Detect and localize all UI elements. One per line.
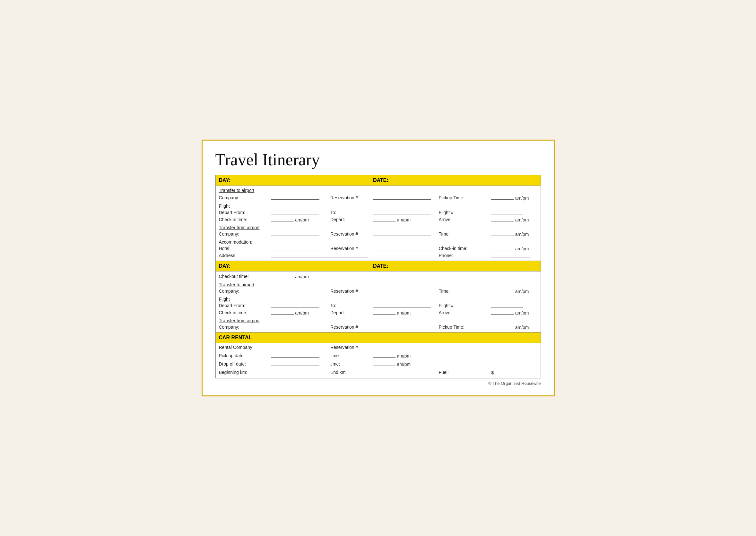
day2-depart-field[interactable] bbox=[373, 309, 395, 315]
day1-tfrom-company-field[interactable] bbox=[271, 231, 320, 236]
day1-flight-label: Flight bbox=[219, 204, 230, 209]
day2-tta-time-label: Time: bbox=[439, 288, 450, 294]
day1-accom-checkin-ampm: am/pm bbox=[515, 246, 529, 251]
car-reservation-field[interactable] bbox=[373, 344, 431, 349]
day2-transfer-to-airport-fields-row: Company: Reservation # Time: am/pm bbox=[215, 287, 541, 295]
page: Travel Itinerary DAY: DATE: Transfer to … bbox=[202, 140, 555, 396]
car-rental-row3: Drop off date: time: am/pm bbox=[215, 360, 541, 368]
day2-arrive-label: Arrive: bbox=[439, 310, 452, 315]
day1-depart-ampm: am/pm bbox=[397, 217, 411, 222]
dropoff-date-field[interactable] bbox=[271, 361, 320, 366]
day2-depart-from-field[interactable] bbox=[271, 302, 320, 308]
car-rental-row4: Beginning km: End km: Fuel: $ bbox=[215, 368, 541, 379]
day2-tfrom-pickup-field[interactable] bbox=[491, 324, 514, 329]
day2-tta-reservation-label: Reservation # bbox=[330, 288, 358, 294]
day2-arrive-field[interactable] bbox=[491, 309, 514, 315]
day1-tfrom-reservation-field[interactable] bbox=[373, 231, 431, 236]
day1-day-label: DAY: bbox=[219, 178, 230, 183]
day2-tta-ampm: am/pm bbox=[515, 289, 529, 294]
end-km-label: End km: bbox=[330, 370, 347, 375]
dollar-sign: $ bbox=[491, 370, 494, 375]
car-rental-row1: Rental Company: Reservation # bbox=[215, 343, 541, 352]
day1-transfer-to-airport-label: Transfer to airport bbox=[219, 188, 255, 193]
day2-flight-label: Flight bbox=[219, 297, 230, 302]
day1-accommodation-row1: Hotel: Reservation # Check-in time: am/p… bbox=[215, 245, 541, 252]
day1-reservation-field[interactable] bbox=[373, 194, 431, 200]
day1-transfer-to-airport-label-row: Transfer to airport bbox=[215, 186, 541, 194]
day2-tfrom-reservation-field[interactable] bbox=[373, 324, 431, 329]
car-rental-label: CAR RENTAL bbox=[219, 335, 252, 340]
footer-text: © The Organised Housewife bbox=[488, 381, 541, 386]
day1-to-field[interactable] bbox=[373, 209, 431, 215]
day2-checkin-ampm: am/pm bbox=[295, 310, 309, 316]
page-title: Travel Itinerary bbox=[215, 150, 541, 169]
day2-to-label: To: bbox=[330, 303, 336, 308]
fuel-field[interactable] bbox=[495, 369, 518, 374]
day2-tfrom-pickup-label: Pickup Time: bbox=[439, 324, 464, 330]
day2-checkout-row: Checkout time: am/pm bbox=[215, 272, 541, 281]
car-rental-row2: Pick up date: time: am/pm bbox=[215, 352, 541, 360]
beginning-km-field[interactable] bbox=[271, 369, 320, 374]
day2-transfer-to-airport-label: Transfer to airport bbox=[219, 282, 255, 287]
end-km-field[interactable] bbox=[373, 369, 395, 374]
day1-hotel-field[interactable] bbox=[271, 245, 320, 251]
rental-company-field[interactable] bbox=[271, 344, 320, 349]
day1-transfer-from-airport-fields-row: Company: Reservation # Time: am/pm bbox=[215, 230, 541, 238]
day2-checkout-label: Checkout time: bbox=[219, 274, 249, 279]
day2-tta-reservation-field[interactable] bbox=[373, 288, 431, 293]
day1-pickup-time-label: Pickup Time: bbox=[439, 195, 464, 200]
day2-tta-time-field[interactable] bbox=[491, 288, 514, 293]
day1-checkin-time-field[interactable] bbox=[491, 245, 514, 251]
day2-flight-row1: Depart From: To: Flight #: bbox=[215, 302, 541, 309]
day1-tfrom-ampm: am/pm bbox=[515, 232, 529, 237]
day1-depart-label: Depart: bbox=[330, 217, 345, 222]
day2-flight-label-row: Flight bbox=[215, 295, 541, 302]
day2-checkin-field[interactable] bbox=[271, 309, 294, 315]
day1-tfrom-reservation-label: Reservation # bbox=[330, 231, 358, 237]
day1-transfer-to-airport-fields-row: Company: Reservation # Pickup Time: am/p… bbox=[215, 194, 541, 202]
day2-arrive-ampm: am/pm bbox=[515, 310, 529, 316]
day1-flight-hash-label: Flight #: bbox=[439, 210, 455, 215]
footer: © The Organised Housewife bbox=[215, 381, 541, 386]
pickup-time-field[interactable] bbox=[373, 352, 395, 357]
day1-depart-from-field[interactable] bbox=[271, 209, 320, 215]
car-rental-header-row: CAR RENTAL bbox=[215, 332, 541, 343]
day2-day-label: DAY: bbox=[219, 263, 230, 269]
day1-address-field[interactable] bbox=[271, 252, 367, 257]
day1-checkin-field[interactable] bbox=[271, 216, 294, 221]
day1-tfrom-time-field[interactable] bbox=[491, 231, 514, 236]
dropoff-time-field[interactable] bbox=[373, 361, 395, 366]
dropoff-time-ampm: am/pm bbox=[397, 362, 411, 367]
day2-tfrom-company-field[interactable] bbox=[271, 324, 320, 329]
pickup-date-label: Pick up date: bbox=[219, 353, 245, 358]
day1-company-label: Company: bbox=[219, 195, 239, 200]
day1-company-field[interactable] bbox=[271, 194, 320, 200]
day2-tta-company-field[interactable] bbox=[271, 288, 320, 293]
day1-pickup-time-field[interactable] bbox=[491, 194, 514, 200]
day2-tta-company-label: Company: bbox=[219, 288, 239, 294]
car-reservation-label: Reservation # bbox=[330, 345, 358, 350]
day2-header-row: DAY: DATE: bbox=[215, 261, 541, 272]
day1-tfrom-time-label: Time: bbox=[439, 231, 450, 237]
day1-checkin-ampm: am/pm bbox=[295, 217, 309, 222]
day2-depart-label: Depart: bbox=[330, 310, 345, 315]
day1-tfrom-company-label: Company: bbox=[219, 231, 239, 237]
day1-arrive-field[interactable] bbox=[491, 216, 514, 221]
day1-accommodation-label: Accommodation: bbox=[219, 239, 252, 245]
day2-flight-hash-field[interactable] bbox=[491, 302, 523, 308]
day2-transfer-from-airport-label: Transfer from airport bbox=[219, 318, 260, 323]
day2-checkout-field[interactable] bbox=[271, 273, 294, 278]
day1-flight-row2: Check in time: am/pm Depart: am/pm Arriv… bbox=[215, 216, 541, 223]
pickup-date-field[interactable] bbox=[271, 352, 320, 357]
day1-phone-field[interactable] bbox=[491, 252, 530, 257]
day1-depart-field[interactable] bbox=[373, 216, 395, 221]
day1-accommodation-row2: Address: Phone: bbox=[215, 252, 541, 261]
day1-header-row: DAY: DATE: bbox=[215, 175, 541, 186]
day1-accom-reservation-field[interactable] bbox=[373, 245, 431, 251]
fuel-label: Fuel: bbox=[439, 370, 449, 375]
day2-depart-from-label: Depart From: bbox=[219, 303, 245, 308]
rental-company-label: Rental Company: bbox=[219, 345, 254, 350]
day1-arrive-label: Arrive: bbox=[439, 217, 452, 222]
day2-to-field[interactable] bbox=[373, 302, 431, 308]
day1-flight-hash-field[interactable] bbox=[491, 209, 523, 215]
